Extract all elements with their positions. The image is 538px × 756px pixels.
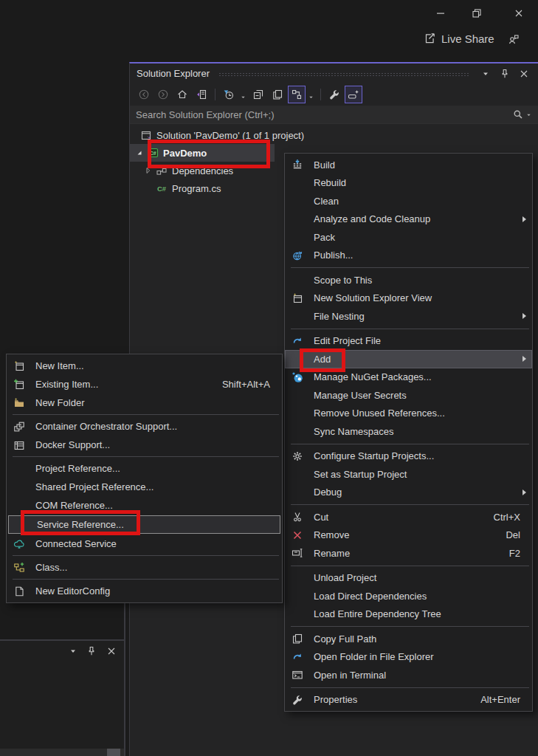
menu-item-debug[interactable]: Debug [285,484,532,502]
menu-item-container-orchestrator-support[interactable]: Container Orchestrator Support... [7,417,282,436]
preview-selected-items-button[interactable] [345,86,362,103]
panel-close-button[interactable] [516,66,532,81]
menu-item-analyze-and-code-cleanup[interactable]: Analyze and Code Cleanup [285,210,532,229]
expander-collapsed-icon[interactable] [142,165,155,176]
toolbar-separator [320,89,321,100]
menu-item-label: New EditorConfig [35,585,110,597]
live-share-button[interactable]: Live Share [423,32,494,45]
menu-item-properties[interactable]: PropertiesAlt+Enter [285,691,532,709]
menu-item-open-folder-in-file-explorer[interactable]: Open Folder in File Explorer [285,648,532,667]
forward-button[interactable] [154,86,172,103]
show-all-files-button[interactable] [269,86,286,103]
menu-item-label: New Solution Explorer View [314,292,432,303]
restore-icon [471,7,483,19]
menu-item-existing-item[interactable]: Existing Item...Shift+Alt+A [7,375,282,394]
scrollbar-thumb[interactable] [107,749,120,756]
menu-item-remove-unused-references[interactable]: Remove Unused References... [285,405,532,423]
switch-views-button[interactable] [193,86,210,103]
back-icon [138,89,150,100]
edit-file-icon [290,335,305,347]
menu-item-sync-namespaces[interactable]: Sync Namespaces [285,422,532,441]
menu-item-unload-project[interactable]: Unload Project [285,569,532,588]
menu-item-open-in-terminal[interactable]: Open in Terminal [285,666,532,684]
menu-item-rename[interactable]: RenameF2 [285,544,532,563]
bottom-panel-close-button[interactable] [106,645,117,657]
menu-item-manage-user-secrets[interactable]: Manage User Secrets [285,386,532,405]
wrench-icon [290,694,305,706]
menu-item-service-reference[interactable]: Service Reference... [8,515,280,534]
expander-expanded-icon[interactable] [133,147,146,159]
close-window-button[interactable] [507,3,531,24]
menu-item-build[interactable]: Build [285,156,532,174]
menu-item-set-as-startup-project[interactable]: Set as Startup Project [285,465,532,484]
menu-item-label: Existing Item... [35,379,98,390]
menu-item-edit-project-file[interactable]: Edit Project File [285,332,532,351]
collapse-all-button[interactable] [249,86,267,103]
menu-item-label: Clean [314,196,339,207]
tree-item-label: Solution 'PavDemo' (1 of 1 project) [156,130,304,141]
horizontal-scrollbar[interactable] [0,749,125,756]
connected-service-icon [12,538,27,550]
panel-pin-button[interactable] [497,66,513,81]
open-folder-icon [290,651,305,663]
menu-item-configure-startup-projects[interactable]: Configure Startup Projects... [285,447,532,466]
remove-x-icon [290,529,305,541]
menu-item-label: Manage NuGet Packages... [314,371,432,382]
terminal-icon [290,669,305,681]
menu-item-connected-service[interactable]: Connected Service [7,535,282,553]
menu-item-pack[interactable]: Pack [285,228,532,247]
menu-item-clean[interactable]: Clean [285,192,532,210]
bottom-panel-pin-button[interactable] [86,645,97,657]
publish-icon [290,250,305,261]
menu-item-project-reference[interactable]: Project Reference... [7,459,282,478]
rename-icon [290,547,305,559]
menu-item-new-editorconfig[interactable]: New EditorConfig [7,582,282,600]
menu-item-load-direct-dependencies[interactable]: Load Direct Dependencies [285,587,532,605]
panel-drag-grip[interactable] [218,72,469,77]
menu-item-new-solution-explorer-view[interactable]: New Solution Explorer View [285,289,532,308]
dropdown-caret-icon[interactable] [240,94,246,100]
search-options-caret-icon[interactable] [525,111,532,118]
menu-item-file-nesting[interactable]: File Nesting [285,307,532,326]
pending-changes-filter-button[interactable] [220,86,238,103]
build-icon [290,159,305,171]
menu-separator [13,414,279,415]
panel-chevron-down-button[interactable] [477,66,494,81]
feedback-button[interactable] [508,33,520,45]
add-submenu: New Item...Existing Item...Shift+Alt+ANe… [6,354,283,603]
menu-item-add[interactable]: Add [285,350,532,368]
menu-item-docker-support[interactable]: Docker Support... [7,436,282,454]
menu-item-scope-to-this[interactable]: Scope to This [285,271,532,289]
menu-item-shared-project-reference[interactable]: Shared Project Reference... [7,478,282,496]
menu-item-new-item[interactable]: New Item... [7,357,282,375]
minimize-button[interactable] [429,3,452,24]
menu-separator [291,444,529,444]
bottom-panel-chevron-down-button[interactable] [69,647,77,656]
menu-item-cut[interactable]: CutCtrl+X [285,508,532,526]
menu-item-label: Analyze and Code Cleanup [314,213,430,224]
back-button[interactable] [135,86,153,103]
switch-views-icon [196,89,207,100]
search-input[interactable] [136,109,512,120]
menu-item-remove[interactable]: RemoveDel [285,526,532,545]
menu-item-label: Shared Project Reference... [35,481,154,492]
track-active-item-button[interactable] [288,86,306,103]
menu-item-manage-nuget-packages[interactable]: Manage NuGet Packages... [285,368,532,387]
menu-item-new-folder[interactable]: New Folder [7,394,282,412]
home-button[interactable] [173,86,191,103]
properties-wrench-button[interactable] [325,86,343,103]
restore-button[interactable] [465,3,489,24]
menu-item-class[interactable]: Class... [7,558,282,577]
search-icon[interactable] [512,109,524,120]
menu-item-com-reference[interactable]: COM Reference... [7,496,282,515]
menu-item-label: COM Reference... [35,500,113,511]
menu-item-rebuild[interactable]: Rebuild [285,174,532,193]
menu-item-label: Docker Support... [35,439,110,450]
properties-wrench-icon [328,89,340,100]
bottom-tool-window [0,639,125,756]
menu-item-publish[interactable]: Publish... [285,247,532,265]
tree-item-solution-pavdemo-1-of-1-project[interactable]: Solution 'PavDemo' (1 of 1 project) [130,126,538,144]
menu-item-copy-full-path[interactable]: Copy Full Path [285,630,532,648]
dropdown-caret-icon[interactable] [308,94,314,100]
menu-item-load-entire-dependency-tree[interactable]: Load Entire Dependency Tree [285,605,532,624]
